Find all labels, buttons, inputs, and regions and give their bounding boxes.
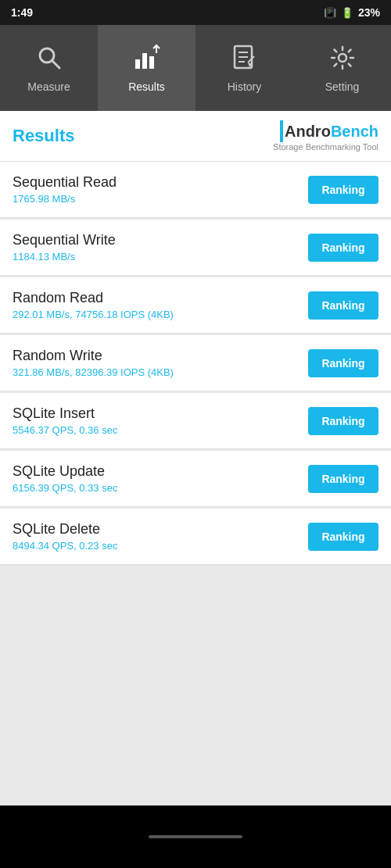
results-header: Results AndroBench Storage Benchmarking … <box>0 111 391 162</box>
tab-setting[interactable]: Setting <box>293 25 391 111</box>
ranking-button-sequential-write[interactable]: Ranking <box>308 234 378 262</box>
tab-history[interactable]: History <box>196 25 293 111</box>
benchmark-item-random-write: Random Write 321.86 MB/s, 82396.39 IOPS … <box>0 335 391 391</box>
tab-results[interactable]: Results <box>98 25 196 111</box>
ranking-button-sqlite-update[interactable]: Ranking <box>308 465 378 493</box>
ranking-button-sqlite-insert[interactable]: Ranking <box>308 407 378 435</box>
svg-rect-2 <box>135 59 140 69</box>
benchmark-item-sequential-write: Sequential Write 1184.13 MB/s Ranking <box>0 220 391 276</box>
benchmark-value: 5546.37 QPS, 0.36 sec <box>13 424 308 436</box>
benchmark-info: Random Read 292.01 MB/s, 74756.18 IOPS (… <box>13 290 308 320</box>
svg-line-1 <box>52 61 59 68</box>
svg-rect-3 <box>142 53 147 69</box>
status-time: 1:49 <box>11 6 33 19</box>
benchmark-info: Sequential Read 1765.98 MB/s <box>13 174 308 205</box>
benchmark-item-sqlite-insert: SQLite Insert 5546.37 QPS, 0.36 sec Rank… <box>0 393 391 449</box>
benchmark-name: SQLite Delete <box>13 521 308 538</box>
history-icon <box>231 44 259 76</box>
benchmark-value: 1184.13 MB/s <box>13 251 308 263</box>
benchmark-item-sequential-read: Sequential Read 1765.98 MB/s Ranking <box>0 162 391 218</box>
results-icon <box>133 44 161 76</box>
benchmark-name: Random Write <box>13 348 308 364</box>
benchmark-item-random-read: Random Read 292.01 MB/s, 74756.18 IOPS (… <box>0 277 391 334</box>
empty-space <box>0 566 391 691</box>
benchmark-name: Random Read <box>13 290 308 306</box>
tab-results-label: Results <box>128 80 165 93</box>
benchmark-info: SQLite Delete 8494.34 QPS, 0.23 sec <box>13 521 308 552</box>
measure-icon <box>35 44 63 76</box>
benchmark-name: Sequential Read <box>13 174 308 191</box>
battery-icon: 🔋 <box>341 7 353 19</box>
ranking-button-sequential-read[interactable]: Ranking <box>308 176 378 204</box>
tab-history-label: History <box>228 80 262 93</box>
status-right: 📳 🔋 23% <box>324 6 380 19</box>
benchmark-list: Sequential Read 1765.98 MB/s Ranking Seq… <box>0 162 391 565</box>
results-page-title: Results <box>13 126 74 146</box>
main-content: Results AndroBench Storage Benchmarking … <box>0 111 391 805</box>
benchmark-value: 292.01 MB/s, 74756.18 IOPS (4KB) <box>13 309 308 320</box>
tab-setting-label: Setting <box>325 80 360 93</box>
benchmark-value: 321.86 MB/s, 82396.39 IOPS (4KB) <box>13 366 308 378</box>
tab-measure-label: Measure <box>27 80 70 93</box>
svg-point-12 <box>339 54 346 62</box>
benchmark-item-sqlite-delete: SQLite Delete 8494.34 QPS, 0.23 sec Rank… <box>0 509 391 565</box>
benchmark-info: SQLite Insert 5546.37 QPS, 0.36 sec <box>13 405 308 436</box>
benchmark-name: Sequential Write <box>13 232 308 248</box>
brand-bar-accent <box>280 120 283 142</box>
brand-tagline: Storage Benchmarking Tool <box>273 142 378 152</box>
brand-suffix: Bench <box>331 123 378 140</box>
ranking-button-random-write[interactable]: Ranking <box>308 349 378 377</box>
ranking-button-sqlite-delete[interactable]: Ranking <box>308 523 378 551</box>
bottom-bar <box>0 805 391 868</box>
nav-pill <box>149 835 242 838</box>
benchmark-item-sqlite-update: SQLite Update 6156.39 QPS, 0.33 sec Rank… <box>0 451 391 507</box>
benchmark-value: 1765.98 MB/s <box>13 193 308 205</box>
brand-name: AndroBench <box>285 123 378 141</box>
setting-icon <box>328 44 357 76</box>
status-bar: 1:49 📳 🔋 23% <box>0 0 391 25</box>
battery-percent: 23% <box>358 6 380 19</box>
ranking-button-random-read[interactable]: Ranking <box>308 291 378 320</box>
benchmark-info: SQLite Update 6156.39 QPS, 0.33 sec <box>13 463 308 494</box>
benchmark-name: SQLite Update <box>13 463 308 480</box>
tab-measure[interactable]: Measure <box>0 25 98 111</box>
svg-rect-4 <box>149 56 154 69</box>
brand-logo: AndroBench Storage Benchmarking Tool <box>273 120 378 152</box>
benchmark-value: 8494.34 QPS, 0.23 sec <box>13 540 308 552</box>
tab-bar: Measure Results <box>0 25 391 111</box>
benchmark-info: Sequential Write 1184.13 MB/s <box>13 232 308 263</box>
benchmark-name: SQLite Insert <box>13 405 308 422</box>
vibrate-icon: 📳 <box>324 7 336 19</box>
benchmark-value: 6156.39 QPS, 0.33 sec <box>13 482 308 494</box>
brand-prefix: Andro <box>285 123 331 140</box>
benchmark-info: Random Write 321.86 MB/s, 82396.39 IOPS … <box>13 348 308 378</box>
